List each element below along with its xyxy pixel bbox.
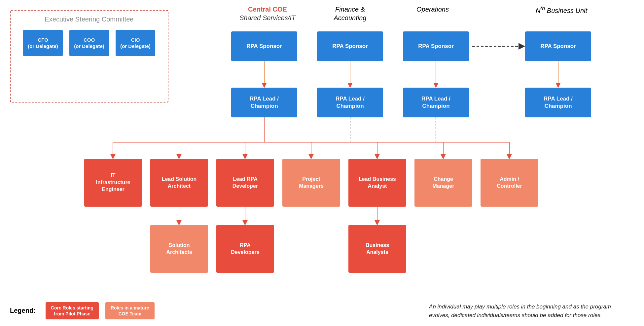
coo-box: COO(or Delegate) bbox=[69, 30, 109, 56]
col-header-nth: Nth Business Unit bbox=[525, 5, 598, 15]
rpa-sponsor-central: RPA Sponsor bbox=[231, 31, 297, 61]
role-lead-solution-architect: Lead SolutionArchitect bbox=[150, 159, 208, 207]
col-header-central: Central COEShared Services/IT bbox=[231, 5, 304, 22]
role-project-managers: ProjectManagers bbox=[282, 159, 340, 207]
footnote: An individual may play multiple roles in… bbox=[429, 303, 611, 319]
role-solution-architects: SolutionArchitects bbox=[150, 225, 208, 273]
role-admin-controller: Admin /Controller bbox=[481, 159, 538, 207]
rpa-lead-operations: RPA Lead /Champion bbox=[403, 88, 469, 117]
role-lead-rpa-developer: Lead RPADeveloper bbox=[216, 159, 274, 207]
legend-label: Legend: bbox=[10, 307, 36, 314]
role-it-infra: ITInfrastructureEngineer bbox=[84, 159, 142, 207]
cio-box: CIO(or Delegate) bbox=[116, 30, 155, 56]
legend-mature: Roles in a matureCOE Team bbox=[105, 302, 155, 319]
exec-committee-title: Executive Steering Committee bbox=[45, 16, 133, 23]
diagram: Executive Steering Committee CFO(or Dele… bbox=[0, 0, 644, 326]
role-business-analysts: BusinessAnalysts bbox=[348, 225, 406, 273]
rpa-lead-nth: RPA Lead /Champion bbox=[525, 88, 591, 117]
legend-core: Core Roles startingfrom Pilot Phase bbox=[46, 302, 99, 319]
rpa-sponsor-nth: RPA Sponsor bbox=[525, 31, 591, 61]
rpa-sponsor-finance: RPA Sponsor bbox=[317, 31, 383, 61]
role-lead-business-analyst: Lead BusinessAnalyst bbox=[348, 159, 406, 207]
exec-members: CFO(or Delegate) COO(or Delegate) CIO(or… bbox=[23, 30, 155, 56]
rpa-lead-finance: RPA Lead /Champion bbox=[317, 88, 383, 117]
role-change-manager: ChangeManager bbox=[414, 159, 472, 207]
exec-committee-box: Executive Steering Committee CFO(or Dele… bbox=[10, 10, 168, 102]
col-header-operations: Operations bbox=[403, 5, 462, 14]
legend: Legend: Core Roles startingfrom Pilot Ph… bbox=[10, 302, 155, 319]
role-rpa-developers: RPADevelopers bbox=[216, 225, 274, 273]
rpa-sponsor-operations: RPA Sponsor bbox=[403, 31, 469, 61]
rpa-lead-central: RPA Lead /Champion bbox=[231, 88, 297, 117]
col-header-finance: Finance &Accounting bbox=[317, 5, 383, 22]
cfo-box: CFO(or Delegate) bbox=[23, 30, 63, 56]
